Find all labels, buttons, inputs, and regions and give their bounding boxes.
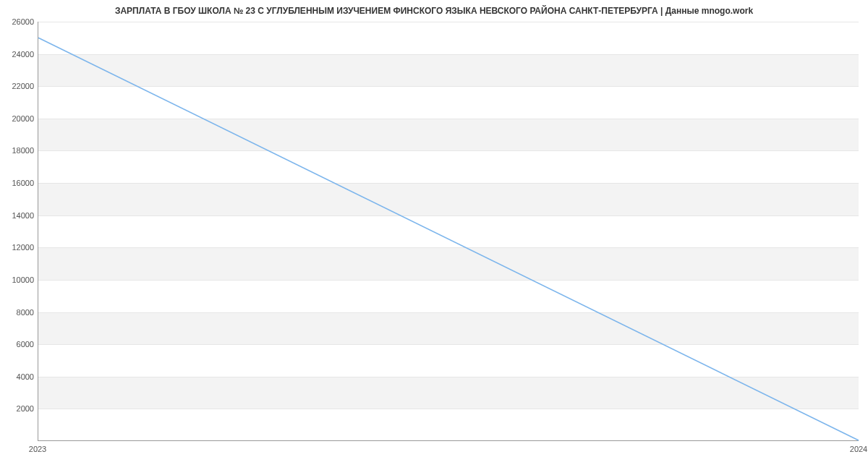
y-tick-label: 14000: [4, 211, 34, 220]
y-tick-label: 8000: [4, 308, 34, 317]
y-tick-label: 12000: [4, 243, 34, 252]
chart-container: ЗАРПЛАТА В ГБОУ ШКОЛА № 23 С УГЛУБЛЕННЫМ…: [0, 0, 868, 470]
x-tick-label: 2024: [850, 445, 867, 453]
y-tick-label: 10000: [4, 275, 34, 284]
y-tick-label: 2000: [4, 404, 34, 413]
y-tick-label: 18000: [4, 146, 34, 155]
chart-title: ЗАРПЛАТА В ГБОУ ШКОЛА № 23 С УГЛУБЛЕННЫМ…: [0, 6, 868, 16]
plot-area: [38, 22, 859, 441]
x-tick-label: 2023: [29, 445, 46, 453]
y-tick-label: 26000: [4, 17, 34, 26]
y-tick-label: 22000: [4, 82, 34, 90]
series-line: [38, 38, 859, 440]
y-tick-label: 16000: [4, 179, 34, 187]
y-tick-label: 4000: [4, 372, 34, 381]
y-tick-label: 24000: [4, 50, 34, 59]
y-tick-label: 20000: [4, 114, 34, 123]
y-tick-label: 6000: [4, 340, 34, 349]
line-layer: [38, 22, 859, 440]
